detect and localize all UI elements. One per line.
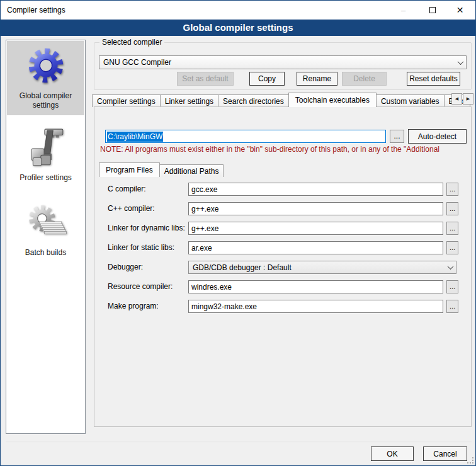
tab-scroll-left-icon[interactable]: ◀ <box>451 93 462 105</box>
tab-scroll-right-icon[interactable]: ▶ <box>463 93 473 105</box>
sidebar-item-global-compiler-settings[interactable]: Global compiler settings <box>7 41 84 115</box>
resource-compiler-input[interactable] <box>188 280 443 293</box>
linker-dynamic-input[interactable] <box>188 222 443 235</box>
field-label-make-program: Make program: <box>108 300 187 313</box>
sidebar-item-label: Batch builds <box>9 248 82 258</box>
blue-gear-icon <box>25 45 67 86</box>
selected-path-text: C:\raylib\MinGW <box>107 132 163 142</box>
dialog-header: Global compiler settings <box>1 20 475 36</box>
debugger-select-value: GDB/CDB debugger : Default <box>189 263 445 272</box>
installation-directory-input[interactable]: C:\raylib\MinGW <box>105 130 386 143</box>
maximize-icon <box>429 7 436 13</box>
cpp-compiler-input[interactable] <box>188 202 443 215</box>
group-label: Selected compiler <box>99 38 164 47</box>
browse-directory-button[interactable]: ... <box>390 130 404 143</box>
field-label-debugger: Debugger: <box>108 261 187 274</box>
resource-compiler-browse-button[interactable]: ... <box>446 280 458 293</box>
subtab-program-files[interactable]: Program Files <box>99 162 160 177</box>
cpp-compiler-browse-button[interactable]: ... <box>446 202 458 215</box>
sidebar-item-label: Profiler settings <box>9 173 82 183</box>
debugger-select[interactable]: GDB/CDB debugger : Default <box>188 261 456 274</box>
tab-linker-settings[interactable]: Linker settings <box>160 94 218 107</box>
compiler-select[interactable]: GNU GCC Compiler <box>99 55 467 69</box>
maximize-button[interactable] <box>418 1 446 20</box>
chevron-down-icon <box>455 60 466 65</box>
c-compiler-input[interactable] <box>188 183 443 196</box>
caliper-icon <box>25 127 67 168</box>
sidebar-item-batch-builds[interactable]: Batch builds <box>7 198 84 263</box>
tab-toolchain-executables[interactable]: Toolchain executables <box>288 93 377 107</box>
window-title: Compiler settings <box>7 6 65 14</box>
delete-button: Delete <box>342 72 387 86</box>
copy-button[interactable]: Copy <box>249 72 285 86</box>
linker-static-input[interactable] <box>188 241 443 254</box>
tab-custom-variables[interactable]: Custom variables <box>376 94 445 107</box>
resize-grip[interactable] <box>467 457 473 463</box>
settings-tabstrip: Compiler settings Linker settings Search… <box>92 93 475 107</box>
linker-dynamic-browse-button[interactable]: ... <box>446 222 458 235</box>
tab-search-directories[interactable]: Search directories <box>218 94 289 107</box>
make-program-browse-button[interactable]: ... <box>446 300 458 313</box>
rename-button[interactable]: Rename <box>297 72 337 86</box>
c-compiler-browse-button[interactable]: ... <box>446 183 458 196</box>
batch-builds-icon <box>25 202 67 243</box>
sidebar: Global compiler settings Profiler settin… <box>6 40 86 434</box>
cancel-button[interactable]: Cancel <box>423 446 467 461</box>
set-as-default-button: Set as default <box>177 72 234 86</box>
field-label-linker-dynamic: Linker for dynamic libs: <box>108 222 187 235</box>
sidebar-item-label: Global compiler settings <box>9 91 82 110</box>
field-label-c-compiler: C compiler: <box>108 183 187 196</box>
reset-defaults-button[interactable]: Reset defaults <box>407 72 460 86</box>
tab-compiler-settings[interactable]: Compiler settings <box>92 94 161 107</box>
field-label-linker-static: Linker for static libs: <box>108 241 187 254</box>
make-program-input[interactable] <box>188 300 443 313</box>
ok-button[interactable]: OK <box>371 446 414 461</box>
compiler-settings-dialog: Compiler settings – ✕ Global compiler se… <box>0 0 476 466</box>
minimize-button: – <box>389 1 417 20</box>
field-label-resource-compiler: Resource compiler: <box>108 280 187 293</box>
footer-separator <box>6 441 472 442</box>
titlebar[interactable]: Compiler settings – ✕ <box>1 1 475 20</box>
chevron-down-icon <box>445 265 456 270</box>
linker-static-browse-button[interactable]: ... <box>446 241 458 254</box>
note-text: NOTE: All programs must exist either in … <box>100 145 467 154</box>
tab-scroll-arrows: ◀ ▶ <box>451 93 473 105</box>
program-files-tabstrip: Program Files Additional Paths <box>99 162 223 177</box>
close-button[interactable]: ✕ <box>446 1 474 20</box>
compiler-select-value: GNU GCC Compiler <box>99 58 455 67</box>
auto-detect-button[interactable]: Auto-detect <box>408 129 467 144</box>
sidebar-item-profiler-settings[interactable]: Profiler settings <box>7 123 84 188</box>
field-label-cpp-compiler: C++ compiler: <box>108 202 187 215</box>
subtab-additional-paths[interactable]: Additional Paths <box>159 164 224 177</box>
